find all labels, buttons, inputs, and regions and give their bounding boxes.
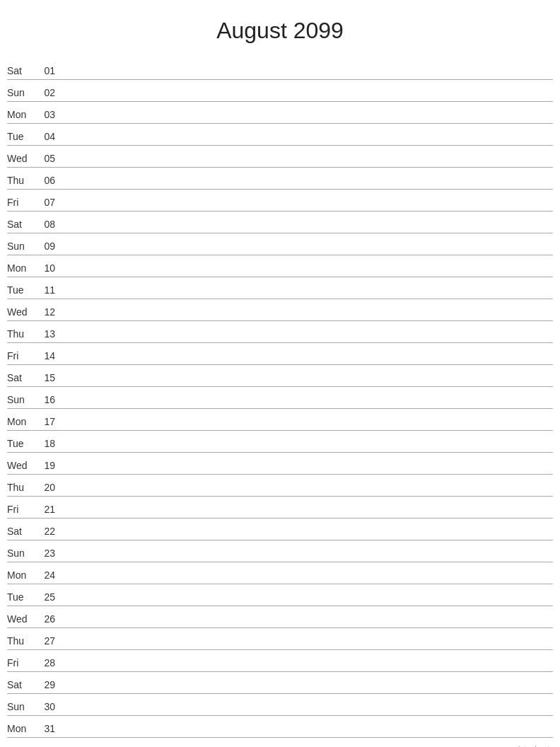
day-name: Sat xyxy=(7,526,35,537)
calendar-row: Fri07 xyxy=(7,190,553,212)
day-number: 23 xyxy=(35,548,55,559)
calendar-row: Tue18 xyxy=(7,431,553,453)
day-number: 26 xyxy=(35,613,55,625)
day-line xyxy=(61,339,553,340)
day-number: 24 xyxy=(35,569,55,581)
day-name: Mon xyxy=(7,723,35,734)
day-number: 08 xyxy=(35,219,55,230)
day-name: Sun xyxy=(7,548,35,559)
calendar-row: Thu20 xyxy=(7,475,553,497)
day-line xyxy=(61,141,553,142)
day-line xyxy=(61,163,553,164)
day-line xyxy=(61,448,553,449)
calendar-row: Wed19 xyxy=(7,453,553,475)
calendar-row: Mon10 xyxy=(7,255,553,277)
day-number: 11 xyxy=(35,284,55,296)
day-number: 25 xyxy=(35,591,55,603)
calendar-row: Wed26 xyxy=(7,606,553,628)
day-name: Wed xyxy=(7,306,35,318)
day-number: 07 xyxy=(35,197,55,208)
page-title: August 2099 xyxy=(7,14,553,44)
day-number: 01 xyxy=(35,65,55,76)
day-name: Thu xyxy=(7,482,35,493)
day-number: 30 xyxy=(35,701,55,712)
day-name: Mon xyxy=(7,416,35,427)
day-line xyxy=(61,251,553,252)
day-line xyxy=(61,98,553,98)
day-name: Fri xyxy=(7,350,35,361)
day-line xyxy=(61,383,553,383)
calendar-row: Sun02 xyxy=(7,80,553,102)
day-line xyxy=(61,712,553,712)
day-name: Sun xyxy=(7,87,35,98)
day-number: 10 xyxy=(35,262,55,274)
day-line xyxy=(61,229,553,230)
day-number: 03 xyxy=(35,109,55,120)
day-number: 20 xyxy=(35,482,55,493)
day-number: 16 xyxy=(35,394,55,405)
day-number: 29 xyxy=(35,679,55,690)
calendar-row: Mon17 xyxy=(7,409,553,431)
day-number: 18 xyxy=(35,438,55,449)
calendar-row: Mon03 xyxy=(7,102,553,124)
day-number: 27 xyxy=(35,635,55,647)
calendar-row: Wed05 xyxy=(7,146,553,168)
day-number: 09 xyxy=(35,241,55,252)
day-line xyxy=(61,734,553,734)
day-line xyxy=(61,580,553,581)
day-number: 17 xyxy=(35,416,55,427)
day-number: 21 xyxy=(35,504,55,515)
day-line xyxy=(61,558,553,559)
day-number: 05 xyxy=(35,153,55,164)
day-name: Wed xyxy=(7,613,35,625)
calendar-row: Sun09 xyxy=(7,233,553,255)
calendar-row: Sat29 xyxy=(7,672,553,694)
day-line xyxy=(61,602,553,603)
day-name: Wed xyxy=(7,153,35,164)
day-name: Fri xyxy=(7,657,35,668)
day-line xyxy=(61,273,553,274)
day-line xyxy=(61,668,553,668)
calendar-row: Mon31 xyxy=(7,716,553,738)
day-line xyxy=(61,624,553,625)
calendar-row: Tue04 xyxy=(7,124,553,146)
calendar-row: Sat08 xyxy=(7,212,553,233)
day-name: Sat xyxy=(7,679,35,690)
calendar-row: Fri28 xyxy=(7,650,553,672)
day-number: 06 xyxy=(35,175,55,186)
day-number: 04 xyxy=(35,131,55,142)
calendar-row: Tue11 xyxy=(7,277,553,299)
day-number: 14 xyxy=(35,350,55,361)
day-name: Sat xyxy=(7,219,35,230)
day-name: Tue xyxy=(7,284,35,296)
day-name: Thu xyxy=(7,635,35,647)
day-line xyxy=(61,492,553,493)
day-name: Mon xyxy=(7,569,35,581)
calendar-container: Sat01Sun02Mon03Tue04Wed05Thu06Fri07Sat08… xyxy=(7,58,553,738)
day-line xyxy=(61,470,553,471)
day-line xyxy=(61,76,553,76)
day-number: 13 xyxy=(35,328,55,340)
day-name: Sun xyxy=(7,394,35,405)
day-line xyxy=(61,207,553,208)
day-name: Sun xyxy=(7,241,35,252)
day-number: 02 xyxy=(35,87,55,98)
calendar-row: Sat22 xyxy=(7,519,553,540)
day-line xyxy=(61,646,553,647)
calendar-row: Fri14 xyxy=(7,343,553,365)
day-number: 22 xyxy=(35,526,55,537)
calendar-row: Mon24 xyxy=(7,562,553,584)
day-line xyxy=(61,120,553,120)
day-name: Fri xyxy=(7,504,35,515)
calendar-row: Thu13 xyxy=(7,321,553,343)
day-number: 12 xyxy=(35,306,55,318)
calendar-row: Thu06 xyxy=(7,168,553,190)
day-name: Sat xyxy=(7,372,35,383)
calendar-row: Fri21 xyxy=(7,497,553,519)
day-name: Thu xyxy=(7,328,35,340)
calendar-row: Sun23 xyxy=(7,540,553,562)
day-line xyxy=(61,427,553,427)
calendar-row: Thu27 xyxy=(7,628,553,650)
day-name: Tue xyxy=(7,438,35,449)
day-line xyxy=(61,514,553,515)
